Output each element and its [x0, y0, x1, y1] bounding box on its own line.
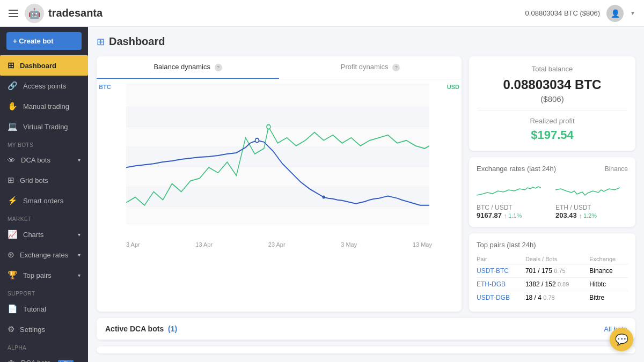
virtual-trading-icon: 💻: [8, 122, 18, 131]
all-grid-bots-link[interactable]: All bots: [604, 353, 627, 353]
realized-label: Realized profit: [478, 117, 627, 125]
col-pair: Pair: [477, 254, 525, 264]
sidebar: + Create bot ⊞ Dashboard 🔗 Access points…: [0, 27, 88, 362]
user-avatar[interactable]: 👤: [606, 5, 624, 22]
section-market: MARKET: [0, 211, 88, 224]
btc-price: 9167.87: [477, 211, 502, 219]
sidebar-item-dashboard[interactable]: ⊞ Dashboard: [0, 55, 88, 76]
sidebar-label-tutorial: Tutorial: [23, 305, 46, 313]
sidebar-label-charts: Charts: [23, 231, 43, 239]
chart-tabs: Balance dynamics ? Profit dynamics ?: [97, 56, 462, 79]
eth-mini-chart: [555, 179, 628, 201]
eth-change: ↑ 1.2%: [579, 212, 597, 219]
create-bot-button[interactable]: + Create bot: [6, 32, 82, 50]
sidebar-label-access-points: Access points: [23, 82, 66, 90]
sidebar-item-grid-bots[interactable]: ⊞ Grid bots: [0, 170, 88, 190]
chart-y-label-right: USD: [447, 84, 459, 90]
exchange-rates-arrow: ▾: [78, 252, 80, 258]
svg-rect-1: [126, 107, 429, 127]
sidebar-item-exchange-rates[interactable]: ⊕ Exchange rates ▾: [0, 245, 88, 265]
sidebar-label-grid-bots: Grid bots: [20, 176, 48, 184]
chat-button[interactable]: 💬: [610, 328, 633, 351]
page-header: ⊞ Dashboard: [97, 35, 635, 48]
sidebar-item-settings[interactable]: ⚙ Settings: [0, 319, 88, 339]
sidebar-item-manual-trading[interactable]: ✋ Manual trading: [0, 96, 88, 116]
sidebar-label-virtual-trading: Virtual Trading: [23, 123, 68, 131]
exchange-eth-dgb: Hitbtc: [589, 278, 628, 291]
dca-bots-title: Active DCA bots (1): [105, 324, 177, 333]
profit-help-icon[interactable]: ?: [392, 64, 400, 71]
active-grid-bots-section: Active Grid bots (1) All bots: [97, 346, 635, 353]
grid-title-text: Active Grid bots: [105, 353, 163, 353]
btc-change: ↑ 1.1%: [504, 212, 522, 219]
charts-arrow: ▾: [78, 232, 80, 238]
x-label-5: 13 May: [413, 241, 432, 248]
dca-bots-arrow: ▾: [78, 157, 80, 163]
section-my-bots: MY BOTS: [0, 137, 88, 150]
active-dca-bots-section: Active DCA bots (1) All bots Bot Pair Ta…: [97, 318, 635, 340]
sidebar-item-virtual-trading[interactable]: 💻 Virtual Trading: [0, 116, 88, 137]
tab-balance-dynamics[interactable]: Balance dynamics ?: [97, 56, 279, 79]
main-content: ⊞ Dashboard Balance dynamics ? Profit dy…: [88, 27, 644, 362]
chart-area: BTC USD: [97, 79, 462, 240]
top-pairs-icon: 🏆: [8, 270, 18, 280]
logo: 🤖 tradesanta: [25, 4, 103, 23]
sidebar-item-access-points[interactable]: 🔗 Access points: [0, 76, 88, 96]
user-chevron-icon[interactable]: ▼: [630, 10, 635, 16]
grid-bots-header: Active Grid bots (1) All bots: [97, 346, 635, 353]
sidebar-label-dca-bots: DCA bots: [21, 156, 50, 164]
sidebar-label-dca-bots-alpha: DCA bots: [21, 359, 50, 362]
deals-usdt-btc: 701 / 175 0.75: [525, 264, 589, 278]
deals-usdt-dgb: 18 / 4 0.78: [525, 291, 589, 305]
realized-value: $197.54: [478, 128, 627, 142]
sidebar-item-top-pairs[interactable]: 🏆 Top pairs ▾: [0, 265, 88, 285]
x-label-2: 13 Apr: [195, 241, 213, 248]
top-pairs-arrow: ▾: [78, 272, 80, 278]
deals-eth-dgb: 1382 / 152 0.89: [525, 278, 589, 291]
page-title: Dashboard: [109, 35, 165, 48]
manual-trading-icon: ✋: [8, 101, 18, 111]
sidebar-item-tutorial[interactable]: 📄 Tutorial: [0, 299, 88, 319]
settings-icon: ⚙: [8, 324, 14, 334]
sidebar-label-dashboard: Dashboard: [20, 62, 56, 70]
charts-icon: 📈: [8, 230, 18, 239]
exchange-rates-icon: ⊕: [8, 250, 14, 260]
tab-balance-label: Balance dynamics: [153, 63, 210, 71]
chart-y-label-left: BTC: [99, 84, 111, 90]
pair-link-eth-dgb[interactable]: ETH-DGB: [477, 280, 506, 288]
col-deals: Deals / Bots: [525, 254, 589, 264]
balance-usd: ($806): [478, 94, 627, 104]
balance-card: Total balance 0.08803034 BTC ($806) Real…: [469, 56, 635, 151]
top-nav-left: 🤖 tradesanta: [9, 4, 103, 23]
eth-price: 203.43: [555, 211, 577, 219]
exchange-pair-btc: BTC / USDT 9167.87 ↑ 1.1%: [477, 179, 549, 219]
svg-point-26: [255, 138, 259, 143]
x-label-4: 3 May: [341, 241, 357, 248]
tab-profit-dynamics[interactable]: Profit dynamics ?: [279, 56, 462, 79]
sidebar-item-dca-bots-alpha[interactable]: 👁 DCA bots NEW: [0, 353, 88, 362]
x-label-3: 23 Apr: [268, 241, 286, 248]
btc-mini-chart: [477, 179, 549, 201]
svg-point-28: [267, 125, 270, 129]
exchange-pair-eth: ETH / USDT 203.43 ↑ 1.2%: [555, 179, 628, 219]
dca-title-text: Active DCA bots: [105, 324, 164, 333]
sidebar-item-smart-orders[interactable]: ⚡ Smart orders: [0, 190, 88, 211]
balance-help-icon[interactable]: ?: [215, 64, 222, 71]
sidebar-item-charts[interactable]: 📈 Charts ▾: [0, 224, 88, 245]
balance-divider: [478, 110, 627, 110]
hamburger-menu[interactable]: [9, 10, 18, 17]
balance-btc: 0.08803034 BTC: [478, 77, 627, 92]
top-pair-row-3: USDT-DGB 18 / 4 0.78 Bittre: [477, 291, 628, 305]
top-pairs-card: Top pairs (last 24h) Pair Deals / Bots E…: [469, 233, 635, 312]
pair-link-usdt-dgb[interactable]: USDT-DGB: [477, 294, 510, 301]
pair-link-usdt-btc[interactable]: USDT-BTC: [477, 267, 509, 275]
top-nav-right: 0.08803034 BTC ($806) 👤 ▼: [525, 5, 635, 22]
sidebar-item-dca-bots[interactable]: 👁 DCA bots ▾: [0, 150, 88, 170]
sidebar-label-top-pairs: Top pairs: [23, 271, 52, 279]
exchange-rates-card: Exchange rates (last 24h) Binance BTC / …: [469, 157, 635, 227]
exchange-source: Binance: [605, 165, 628, 173]
dashboard-grid-icon: ⊞: [97, 36, 105, 48]
section-support: SUPPORT: [0, 285, 88, 299]
exchange-usdt-dgb: Bittre: [589, 291, 628, 305]
chart-card: Balance dynamics ? Profit dynamics ? BTC…: [97, 56, 462, 312]
